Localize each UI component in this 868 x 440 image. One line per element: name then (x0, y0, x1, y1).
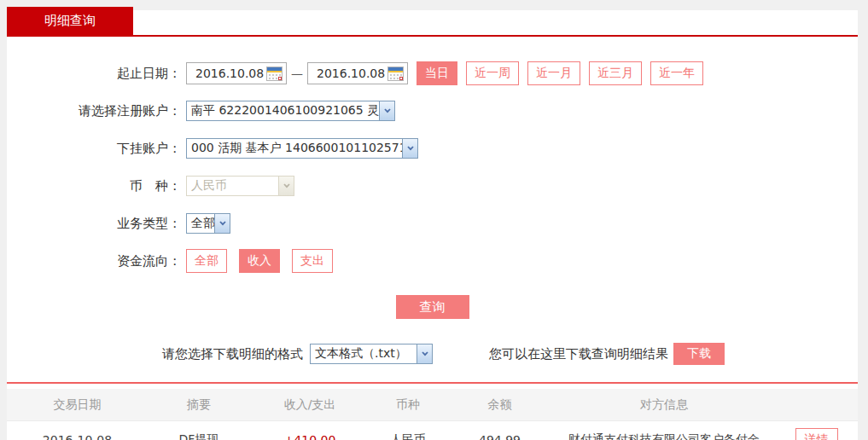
start-date-input[interactable]: 2016.10.08 (186, 62, 287, 84)
header-counterparty: 对方信息 (553, 397, 775, 413)
date-separator: — (291, 67, 303, 80)
chevron-down-icon (214, 214, 230, 233)
tab-label: 明细查询 (44, 13, 96, 29)
business-type-row: 业务类型： 全部 (7, 205, 858, 242)
chevron-down-icon (379, 101, 394, 120)
registered-account-select[interactable]: 南平 6222001406100921065 灵通卡 (186, 101, 395, 121)
date-range-row: 起止日期： 2016.10.08 — (7, 55, 858, 92)
date-range-label: 起止日期： (7, 66, 181, 82)
currency-label: 币 种： (7, 178, 181, 194)
end-date-value: 2016.10.08 (317, 67, 385, 80)
download-hint: 您可以在这里下载查询明细结果 (489, 346, 668, 362)
currency-value: 人民币 (187, 178, 278, 194)
quick-range-last-week-button[interactable]: 近一周 (466, 61, 519, 85)
quick-range-last-year-button[interactable]: 近一年 (650, 61, 703, 85)
results-table: 交易日期 摘要 收入/支出 币种 余额 对方信息 2016-10-08 DF提现… (7, 382, 858, 440)
calendar-icon[interactable] (266, 67, 283, 81)
quick-range-3-months-button[interactable]: 近三月 (589, 61, 642, 85)
registered-account-value: 南平 6222001406100921065 灵通卡 (187, 103, 379, 119)
fund-direction-row: 资金流向： 全部 收入 支出 (7, 242, 858, 280)
fund-direction-all-button[interactable]: 全部 (186, 249, 227, 273)
cell-date: 2016-10-08 (7, 433, 148, 440)
quick-range-today-button[interactable]: 当日 (417, 61, 457, 85)
header-date: 交易日期 (7, 397, 148, 413)
query-button-row: 查询 (7, 295, 858, 319)
fund-direction-label: 资金流向： (7, 253, 181, 269)
chevron-down-icon (417, 344, 432, 363)
tab-underline (7, 35, 858, 37)
sub-account-value: 000 活期 基本户 1406600101102571848 (187, 141, 402, 156)
chevron-down-icon (402, 139, 417, 158)
chevron-down-icon (278, 177, 294, 195)
detail-button[interactable]: 详情 (795, 428, 838, 440)
query-form: 起止日期： 2016.10.08 — (7, 10, 858, 365)
sub-account-select[interactable]: 000 活期 基本户 1406600101102571848 (186, 138, 418, 159)
fund-direction-income-button[interactable]: 收入 (239, 249, 280, 273)
end-date-input[interactable]: 2016.10.08 (307, 62, 408, 84)
header-amount: 收入/支出 (250, 397, 370, 413)
header-balance: 余额 (446, 397, 553, 413)
quick-range-last-month-button[interactable]: 近一月 (527, 61, 580, 85)
download-row: 请您选择下载明细的格式 文本格式（.txt） 您可以在这里下载查询明细结果 下载 (162, 343, 858, 365)
sub-account-label: 下挂账户： (7, 141, 181, 157)
cell-counterparty: 财付通支付科技有限公司客户备付金 (553, 432, 775, 440)
currency-select: 人民币 (186, 176, 294, 196)
detail-query-panel: 明细查询 起止日期： 2016.10.08 (7, 10, 858, 440)
registered-account-row: 请选择注册账户： 南平 6222001406100921065 灵通卡 (7, 92, 858, 130)
start-date-value: 2016.10.08 (195, 67, 264, 80)
business-type-label: 业务类型： (7, 216, 181, 232)
tab-detail-query[interactable]: 明细查询 (7, 7, 133, 35)
query-button[interactable]: 查询 (396, 295, 469, 319)
business-type-value: 全部 (187, 216, 214, 231)
download-format-label: 请您选择下载明细的格式 (162, 346, 303, 362)
fund-direction-expense-button[interactable]: 支出 (292, 249, 333, 273)
header-summary: 摘要 (148, 397, 250, 413)
cell-balance: 494.99 (446, 433, 553, 440)
cell-summary: DF提现 (148, 432, 250, 440)
calendar-icon[interactable] (387, 67, 404, 81)
download-button[interactable]: 下载 (673, 343, 725, 365)
download-format-select[interactable]: 文本格式（.txt） (310, 344, 433, 364)
currency-row: 币 种： 人民币 (7, 167, 858, 205)
cell-currency: 人民币 (370, 432, 446, 440)
cell-actions: 详情 (775, 428, 858, 440)
table-row: 2016-10-08 DF提现 +410.00 人民币 494.99 财付通支付… (7, 421, 858, 440)
sub-account-row: 下挂账户： 000 活期 基本户 1406600101102571848 (7, 130, 858, 167)
cell-amount: +410.00 (250, 433, 370, 440)
download-format-value: 文本格式（.txt） (311, 346, 417, 362)
business-type-select[interactable]: 全部 (186, 213, 230, 234)
table-header-row: 交易日期 摘要 收入/支出 币种 余额 对方信息 (7, 389, 858, 421)
header-currency: 币种 (370, 397, 446, 413)
registered-account-label: 请选择注册账户： (7, 103, 181, 119)
